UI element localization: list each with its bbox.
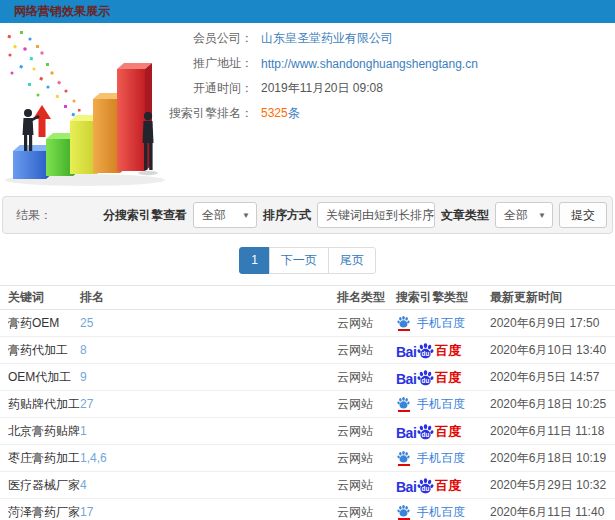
- confetti-dots: [7, 31, 81, 118]
- promo-url-row: 推广地址： http://www.shandonghuangshengtang.…: [165, 51, 615, 76]
- rank-type-cell: 云网站: [337, 445, 396, 472]
- rank-link[interactable]: 1: [80, 424, 87, 438]
- promo-url-label: 推广地址：: [165, 55, 253, 72]
- engine-type-cell: 手机百度: [396, 445, 490, 472]
- baidu-logo: Bai du 百度: [396, 340, 461, 360]
- table-row: 医疗器械厂家4云网站Bai du 百度2020年5月29日 10:32: [0, 472, 615, 499]
- col-rank-type: 排名类型: [337, 286, 396, 310]
- rank-count-label: 搜索引擎排名：: [165, 105, 253, 122]
- member-info: 会员公司： 山东皇圣堂药业有限公司 推广地址： http://www.shand…: [165, 23, 615, 126]
- rank-type-cell: 云网站: [337, 337, 396, 364]
- svg-text:du: du: [422, 431, 430, 438]
- rank-cell: 17: [80, 499, 337, 520]
- table-row: 膏药代加工8云网站Bai du 百度2020年6月10日 13:40: [0, 337, 615, 364]
- updated-cell: 2020年6月11日 11:18: [490, 418, 615, 445]
- col-engine-type: 搜索引擎类型: [396, 286, 490, 310]
- table-row: 药贴牌代加工27云网站 手机百度2020年6月18日 10:25: [0, 391, 615, 418]
- baidu-logo: Bai du 百度: [396, 367, 461, 387]
- member-company-link[interactable]: 山东皇圣堂药业有限公司: [261, 30, 393, 47]
- col-keyword: 关键词: [0, 286, 80, 310]
- updated-cell: 2020年6月9日 17:50: [490, 310, 615, 337]
- col-rank: 排名: [80, 286, 337, 310]
- updated-cell: 2020年6月18日 10:19: [490, 445, 615, 472]
- article-type-select[interactable]: 全部 ▼: [495, 202, 553, 228]
- rank-type-cell: 云网站: [337, 364, 396, 391]
- rank-link[interactable]: 8: [80, 343, 87, 357]
- svg-text:du: du: [422, 350, 430, 357]
- pagination: 1 下一页 尾页: [0, 247, 615, 274]
- engine-type-cell: 手机百度: [396, 310, 490, 337]
- keyword-cell: 药贴牌代加工: [0, 391, 80, 418]
- next-page-button[interactable]: 下一页: [269, 247, 329, 274]
- mobile-baidu-icon: [396, 396, 411, 412]
- table-row: OEM代加工9云网站Bai du 百度2020年6月5日 14:57: [0, 364, 615, 391]
- rank-cell: 27: [80, 391, 337, 418]
- baidu-logo: Bai du 百度: [396, 421, 461, 441]
- engine-filter-select[interactable]: 全部 ▼: [193, 202, 257, 228]
- keyword-cell: 枣庄膏药加工: [0, 445, 80, 472]
- baidu-logo: Bai du 百度: [396, 475, 461, 495]
- open-time-row: 开通时间： 2019年11月20日 09:08: [165, 76, 615, 101]
- mobile-baidu-icon: [396, 315, 411, 331]
- keyword-rank-table: 关键词 排名 排名类型 搜索引擎类型 最新更新时间 膏药OEM25云网站 手机百…: [0, 285, 615, 520]
- rank-cell: 8: [80, 337, 337, 364]
- rank-link[interactable]: 4: [80, 478, 87, 492]
- engine-type-cell: Bai du 百度: [396, 364, 490, 391]
- engine-filter-label: 分搜索引擎查看: [103, 207, 187, 224]
- rank-count-row: 搜索引擎排名： 5325条: [165, 101, 615, 126]
- rank-count-suffix: 条: [288, 106, 300, 120]
- open-time-label: 开通时间：: [165, 80, 253, 97]
- mobile-baidu-label: 手机百度: [417, 504, 465, 520]
- up-arrow-icon: [33, 105, 51, 137]
- table-row: 北京膏药贴牌1云网站Bai du 百度2020年6月11日 11:18: [0, 418, 615, 445]
- rank-cell: 1: [80, 418, 337, 445]
- rank-link[interactable]: 9: [80, 370, 87, 384]
- promo-url-link[interactable]: http://www.shandonghuangshengtang.cn: [261, 57, 478, 71]
- submit-button[interactable]: 提交: [559, 202, 607, 228]
- page-title: 网络营销效果展示: [14, 4, 110, 18]
- mobile-baidu-icon: [396, 504, 411, 520]
- last-page-button[interactable]: 尾页: [328, 247, 376, 274]
- svg-text:du: du: [422, 377, 430, 384]
- baidu-paw-icon: du: [417, 477, 434, 497]
- sort-filter-select[interactable]: 关键词由短到长排序 ▼: [317, 202, 435, 228]
- updated-cell: 2020年6月18日 10:25: [490, 391, 615, 418]
- rank-count-value: 5325: [261, 106, 288, 120]
- result-label: 结果：: [16, 207, 52, 224]
- updated-cell: 2020年6月11日 11:40: [490, 499, 615, 520]
- rank-link[interactable]: 27: [80, 397, 93, 411]
- rank-type-cell: 云网站: [337, 310, 396, 337]
- rank-cell: 25: [80, 310, 337, 337]
- keyword-cell: 医疗器械厂家: [0, 472, 80, 499]
- bars: [13, 63, 152, 179]
- page-1-button[interactable]: 1: [239, 247, 270, 274]
- rank-type-cell: 云网站: [337, 499, 396, 520]
- rank-cell: 1,4,6: [80, 445, 337, 472]
- rank-type-cell: 云网站: [337, 418, 396, 445]
- table-row: 菏泽膏药厂家17云网站 手机百度2020年6月11日 11:40: [0, 499, 615, 520]
- chevron-down-icon: ▼: [538, 211, 546, 220]
- col-updated: 最新更新时间: [490, 286, 615, 310]
- mobile-baidu-label: 手机百度: [417, 315, 465, 332]
- sort-filter-label: 排序方式: [263, 207, 311, 224]
- article-type-label: 文章类型: [441, 207, 489, 224]
- updated-cell: 2020年5月29日 10:32: [490, 472, 615, 499]
- member-company-label: 会员公司：: [165, 30, 253, 47]
- keyword-cell: OEM代加工: [0, 364, 80, 391]
- keyword-cell: 菏泽膏药厂家: [0, 499, 80, 520]
- member-company-row: 会员公司： 山东皇圣堂药业有限公司: [165, 26, 615, 51]
- svg-text:du: du: [422, 485, 430, 492]
- table-header-row: 关键词 排名 排名类型 搜索引擎类型 最新更新时间: [0, 286, 615, 310]
- engine-type-cell: 手机百度: [396, 391, 490, 418]
- rank-link[interactable]: 17: [80, 505, 93, 519]
- filter-bar: 结果： 分搜索引擎查看 全部 ▼ 排序方式 关键词由短到长排序 ▼ 文章类型 全…: [2, 196, 613, 234]
- baidu-paw-icon: du: [417, 369, 434, 389]
- table-row: 膏药OEM25云网站 手机百度2020年6月9日 17:50: [0, 310, 615, 337]
- summary-section: 会员公司： 山东皇圣堂药业有限公司 推广地址： http://www.shand…: [0, 23, 615, 196]
- updated-cell: 2020年6月5日 14:57: [490, 364, 615, 391]
- table-row: 枣庄膏药加工1,4,6云网站 手机百度2020年6月18日 10:19: [0, 445, 615, 472]
- keyword-cell: 北京膏药贴牌: [0, 418, 80, 445]
- rank-link[interactable]: 1,4,6: [80, 451, 107, 465]
- rank-link[interactable]: 25: [80, 316, 93, 330]
- rank-cell: 4: [80, 472, 337, 499]
